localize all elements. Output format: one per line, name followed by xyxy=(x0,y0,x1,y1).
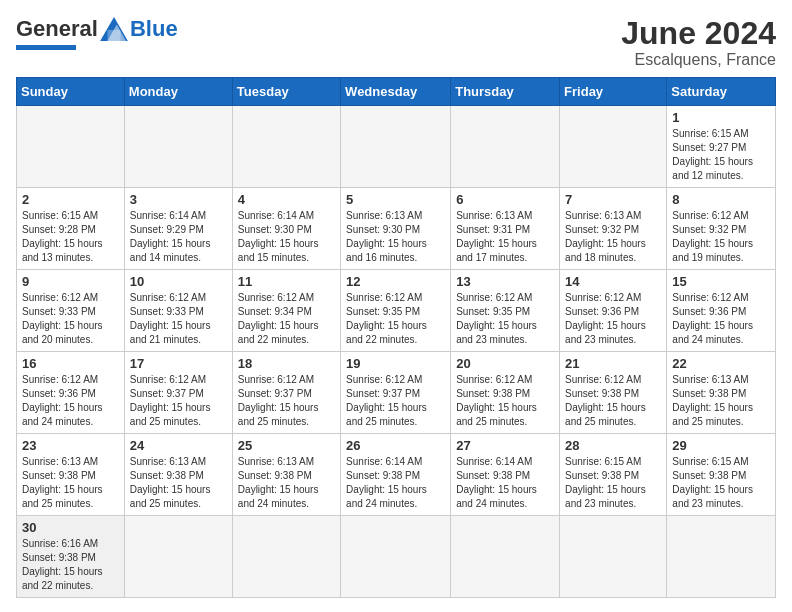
calendar-cell xyxy=(560,106,667,188)
calendar-cell: 29Sunrise: 6:15 AM Sunset: 9:38 PM Dayli… xyxy=(667,434,776,516)
calendar-cell: 19Sunrise: 6:12 AM Sunset: 9:37 PM Dayli… xyxy=(341,352,451,434)
day-number: 23 xyxy=(22,438,119,453)
day-number: 3 xyxy=(130,192,227,207)
day-info: Sunrise: 6:14 AM Sunset: 9:30 PM Dayligh… xyxy=(238,209,335,265)
month-title: June 2024 xyxy=(621,16,776,51)
day-info: Sunrise: 6:12 AM Sunset: 9:35 PM Dayligh… xyxy=(346,291,445,347)
day-info: Sunrise: 6:13 AM Sunset: 9:31 PM Dayligh… xyxy=(456,209,554,265)
day-number: 12 xyxy=(346,274,445,289)
day-info: Sunrise: 6:13 AM Sunset: 9:38 PM Dayligh… xyxy=(672,373,770,429)
calendar-cell xyxy=(341,516,451,598)
day-number: 6 xyxy=(456,192,554,207)
day-info: Sunrise: 6:16 AM Sunset: 9:38 PM Dayligh… xyxy=(22,537,119,593)
day-number: 11 xyxy=(238,274,335,289)
day-number: 21 xyxy=(565,356,661,371)
calendar-cell: 26Sunrise: 6:14 AM Sunset: 9:38 PM Dayli… xyxy=(341,434,451,516)
day-number: 14 xyxy=(565,274,661,289)
calendar-cell xyxy=(232,106,340,188)
calendar-cell xyxy=(560,516,667,598)
calendar-cell xyxy=(341,106,451,188)
day-info: Sunrise: 6:12 AM Sunset: 9:38 PM Dayligh… xyxy=(565,373,661,429)
calendar-cell xyxy=(124,106,232,188)
logo-bar xyxy=(16,45,76,50)
calendar-cell xyxy=(451,106,560,188)
day-number: 20 xyxy=(456,356,554,371)
calendar-cell: 5Sunrise: 6:13 AM Sunset: 9:30 PM Daylig… xyxy=(341,188,451,270)
day-info: Sunrise: 6:12 AM Sunset: 9:35 PM Dayligh… xyxy=(456,291,554,347)
weekday-header-saturday: Saturday xyxy=(667,78,776,106)
calendar-cell: 27Sunrise: 6:14 AM Sunset: 9:38 PM Dayli… xyxy=(451,434,560,516)
calendar-cell xyxy=(667,516,776,598)
day-number: 29 xyxy=(672,438,770,453)
calendar-cell: 12Sunrise: 6:12 AM Sunset: 9:35 PM Dayli… xyxy=(341,270,451,352)
day-number: 19 xyxy=(346,356,445,371)
calendar-cell xyxy=(232,516,340,598)
day-info: Sunrise: 6:15 AM Sunset: 9:28 PM Dayligh… xyxy=(22,209,119,265)
calendar-cell: 24Sunrise: 6:13 AM Sunset: 9:38 PM Dayli… xyxy=(124,434,232,516)
day-number: 9 xyxy=(22,274,119,289)
day-info: Sunrise: 6:13 AM Sunset: 9:38 PM Dayligh… xyxy=(22,455,119,511)
day-number: 26 xyxy=(346,438,445,453)
calendar-cell: 6Sunrise: 6:13 AM Sunset: 9:31 PM Daylig… xyxy=(451,188,560,270)
day-info: Sunrise: 6:13 AM Sunset: 9:38 PM Dayligh… xyxy=(238,455,335,511)
calendar-row-4: 23Sunrise: 6:13 AM Sunset: 9:38 PM Dayli… xyxy=(17,434,776,516)
calendar-cell: 9Sunrise: 6:12 AM Sunset: 9:33 PM Daylig… xyxy=(17,270,125,352)
day-info: Sunrise: 6:13 AM Sunset: 9:30 PM Dayligh… xyxy=(346,209,445,265)
calendar-cell: 28Sunrise: 6:15 AM Sunset: 9:38 PM Dayli… xyxy=(560,434,667,516)
day-info: Sunrise: 6:14 AM Sunset: 9:29 PM Dayligh… xyxy=(130,209,227,265)
day-number: 10 xyxy=(130,274,227,289)
calendar-cell xyxy=(124,516,232,598)
day-number: 8 xyxy=(672,192,770,207)
day-info: Sunrise: 6:12 AM Sunset: 9:36 PM Dayligh… xyxy=(565,291,661,347)
day-info: Sunrise: 6:13 AM Sunset: 9:38 PM Dayligh… xyxy=(130,455,227,511)
day-info: Sunrise: 6:12 AM Sunset: 9:32 PM Dayligh… xyxy=(672,209,770,265)
day-info: Sunrise: 6:14 AM Sunset: 9:38 PM Dayligh… xyxy=(346,455,445,511)
calendar-cell: 13Sunrise: 6:12 AM Sunset: 9:35 PM Dayli… xyxy=(451,270,560,352)
calendar-cell: 17Sunrise: 6:12 AM Sunset: 9:37 PM Dayli… xyxy=(124,352,232,434)
calendar-cell: 22Sunrise: 6:13 AM Sunset: 9:38 PM Dayli… xyxy=(667,352,776,434)
logo-general-text: General xyxy=(16,16,98,42)
calendar-row-5: 30Sunrise: 6:16 AM Sunset: 9:38 PM Dayli… xyxy=(17,516,776,598)
day-number: 27 xyxy=(456,438,554,453)
day-number: 1 xyxy=(672,110,770,125)
day-info: Sunrise: 6:12 AM Sunset: 9:37 PM Dayligh… xyxy=(346,373,445,429)
day-info: Sunrise: 6:12 AM Sunset: 9:33 PM Dayligh… xyxy=(130,291,227,347)
day-info: Sunrise: 6:12 AM Sunset: 9:33 PM Dayligh… xyxy=(22,291,119,347)
calendar-row-0: 1Sunrise: 6:15 AM Sunset: 9:27 PM Daylig… xyxy=(17,106,776,188)
day-number: 30 xyxy=(22,520,119,535)
calendar-cell: 7Sunrise: 6:13 AM Sunset: 9:32 PM Daylig… xyxy=(560,188,667,270)
day-info: Sunrise: 6:12 AM Sunset: 9:34 PM Dayligh… xyxy=(238,291,335,347)
page-header: General Blue June 2024 Escalquens, Franc… xyxy=(16,16,776,69)
weekday-header-wednesday: Wednesday xyxy=(341,78,451,106)
day-info: Sunrise: 6:12 AM Sunset: 9:37 PM Dayligh… xyxy=(130,373,227,429)
weekday-header-monday: Monday xyxy=(124,78,232,106)
calendar-cell: 1Sunrise: 6:15 AM Sunset: 9:27 PM Daylig… xyxy=(667,106,776,188)
weekday-header-friday: Friday xyxy=(560,78,667,106)
calendar-cell: 15Sunrise: 6:12 AM Sunset: 9:36 PM Dayli… xyxy=(667,270,776,352)
day-number: 13 xyxy=(456,274,554,289)
day-info: Sunrise: 6:12 AM Sunset: 9:36 PM Dayligh… xyxy=(672,291,770,347)
calendar-cell: 3Sunrise: 6:14 AM Sunset: 9:29 PM Daylig… xyxy=(124,188,232,270)
weekday-header-thursday: Thursday xyxy=(451,78,560,106)
day-number: 16 xyxy=(22,356,119,371)
calendar-cell: 2Sunrise: 6:15 AM Sunset: 9:28 PM Daylig… xyxy=(17,188,125,270)
day-number: 17 xyxy=(130,356,227,371)
weekday-header-sunday: Sunday xyxy=(17,78,125,106)
calendar-row-2: 9Sunrise: 6:12 AM Sunset: 9:33 PM Daylig… xyxy=(17,270,776,352)
weekday-header-tuesday: Tuesday xyxy=(232,78,340,106)
calendar-cell xyxy=(17,106,125,188)
calendar-cell: 16Sunrise: 6:12 AM Sunset: 9:36 PM Dayli… xyxy=(17,352,125,434)
day-number: 24 xyxy=(130,438,227,453)
title-block: June 2024 Escalquens, France xyxy=(621,16,776,69)
weekday-header-row: SundayMondayTuesdayWednesdayThursdayFrid… xyxy=(17,78,776,106)
calendar-cell: 30Sunrise: 6:16 AM Sunset: 9:38 PM Dayli… xyxy=(17,516,125,598)
calendar-table: SundayMondayTuesdayWednesdayThursdayFrid… xyxy=(16,77,776,598)
calendar-cell: 11Sunrise: 6:12 AM Sunset: 9:34 PM Dayli… xyxy=(232,270,340,352)
calendar-cell: 21Sunrise: 6:12 AM Sunset: 9:38 PM Dayli… xyxy=(560,352,667,434)
calendar-cell: 10Sunrise: 6:12 AM Sunset: 9:33 PM Dayli… xyxy=(124,270,232,352)
day-number: 18 xyxy=(238,356,335,371)
day-info: Sunrise: 6:12 AM Sunset: 9:38 PM Dayligh… xyxy=(456,373,554,429)
day-number: 25 xyxy=(238,438,335,453)
day-number: 22 xyxy=(672,356,770,371)
calendar-cell: 4Sunrise: 6:14 AM Sunset: 9:30 PM Daylig… xyxy=(232,188,340,270)
